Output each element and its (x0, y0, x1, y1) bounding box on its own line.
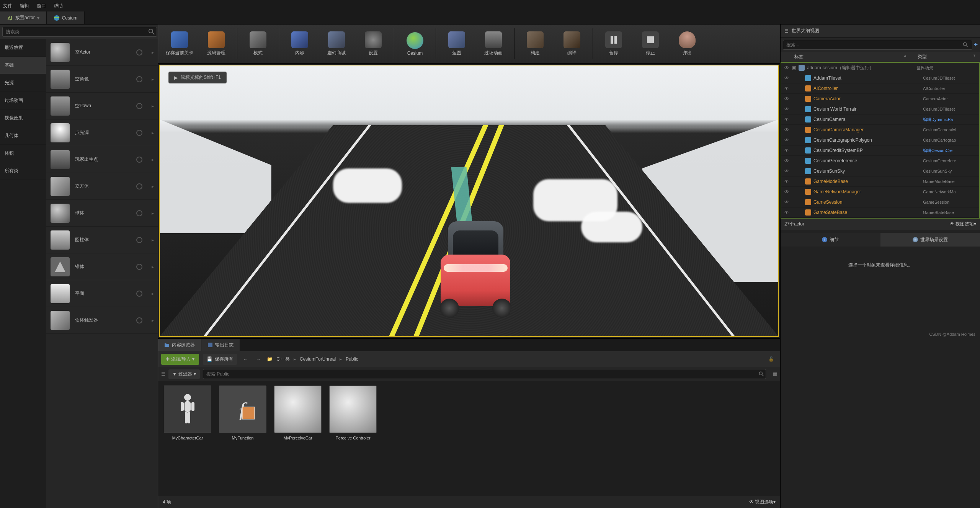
settings-icon[interactable]: ▦ (773, 371, 777, 377)
menu-edit[interactable]: 编辑 (20, 3, 29, 9)
actor-cylinder[interactable]: 圆柱体▸ (46, 227, 158, 253)
actor-cone[interactable]: 锥体▸ (46, 253, 158, 280)
nav-back[interactable]: ← (241, 354, 250, 364)
filter-button[interactable]: ▼过滤器▾ (168, 369, 200, 379)
outliner-row[interactable]: 👁AIControllerAIController (781, 83, 979, 94)
eye-icon[interactable]: 👁 (784, 137, 790, 143)
cat-cinematic[interactable]: 过场动画 (0, 92, 46, 109)
viewport[interactable]: ▶ 鼠标光标的Shift+F1 (159, 65, 779, 337)
col-type[interactable]: 类型 (915, 54, 980, 60)
eye-icon[interactable]: 👁 (784, 117, 790, 122)
col-label[interactable]: 标签 (781, 54, 915, 60)
eye-icon[interactable]: 👁 (784, 148, 790, 153)
actor-playerstart[interactable]: 玩家出生点▸ (46, 146, 158, 173)
search-icon[interactable] (962, 42, 969, 48)
menu-window[interactable]: 窗口 (37, 3, 46, 9)
actor-character[interactable]: 空角色▸ (46, 66, 158, 93)
tab-dropdown-icon[interactable]: ▾ (37, 15, 39, 21)
asset-perceive-controller[interactable]: Perceive Controler (328, 385, 378, 441)
tool-modes[interactable]: 模式 (240, 25, 276, 63)
outliner-root[interactable]: 👁 ▣ addam-cesium（编辑器中运行） 世界场景 (781, 63, 979, 73)
search-class-input[interactable] (2, 27, 157, 37)
actor-cube[interactable]: 立方体▸ (46, 173, 158, 200)
cat-geometry[interactable]: 几何体 (0, 127, 46, 145)
menu-file[interactable]: 文件 (3, 3, 12, 9)
cb-search-input[interactable] (203, 369, 766, 379)
eye-icon[interactable]: 👁 (784, 65, 790, 70)
cat-basic[interactable]: 基础 (0, 57, 46, 74)
tool-build[interactable]: 构建 (517, 25, 554, 63)
add-icon[interactable]: ✚ (974, 42, 978, 47)
tool-pause[interactable]: 暂停 (595, 25, 632, 63)
outliner-row[interactable]: 👁CesiumSunSkyCesiumSunSky (781, 166, 979, 176)
outliner-view-options[interactable]: 👁 视图选项▾ (950, 221, 976, 227)
eye-icon[interactable]: 👁 (784, 179, 790, 184)
actor-pointlight[interactable]: 点光源▸ (46, 119, 158, 146)
tool-compile[interactable]: 编译 (554, 25, 590, 63)
tab-output-log[interactable]: 输出日志 (201, 339, 240, 351)
tab-details[interactable]: i细节 (781, 233, 880, 247)
actor-sphere[interactable]: 球体▸ (46, 200, 158, 227)
tab-content-browser[interactable]: 内容浏览器 (158, 339, 201, 351)
tool-marketplace[interactable]: 虚幻商城 (318, 25, 355, 63)
outliner-row[interactable]: 👁AddamTilesetCesium3DTileset (781, 73, 979, 83)
eye-icon[interactable]: 👁 (784, 189, 790, 194)
tool-content[interactable]: 内容 (281, 25, 318, 63)
actor-empty[interactable]: 空Actor▸ (46, 39, 158, 66)
tool-cesium[interactable]: Cesium (397, 25, 433, 63)
save-all-button[interactable]: 💾保存所有 (203, 354, 237, 365)
crumb-public[interactable]: Public (346, 356, 358, 362)
asset-function[interactable]: ƒ MyFunction (218, 385, 268, 441)
eye-icon[interactable]: 👁 (784, 75, 790, 81)
actor-boxtrigger[interactable]: 盒体触发器▸ (46, 307, 158, 334)
tool-eject[interactable]: 弹出 (669, 25, 706, 63)
outliner-row[interactable]: 👁CesiumCreditSystemBP编辑CesiumCre (781, 145, 979, 156)
outliner-row[interactable]: 👁CesiumCameraManagerCesiumCameraM (781, 125, 979, 135)
tool-blueprint[interactable]: 蓝图 (438, 25, 475, 63)
tool-source[interactable]: 源码管理 (198, 25, 235, 63)
collapse-icon[interactable]: ▣ (792, 65, 796, 70)
tab-world-settings[interactable]: 世界场景设置 (880, 233, 980, 247)
tool-settings[interactable]: 设置 (355, 25, 392, 63)
add-import-button[interactable]: ✚添加/导入▾ (161, 354, 199, 365)
search-icon[interactable] (758, 371, 764, 377)
outliner-list[interactable]: 👁 ▣ addam-cesium（编辑器中运行） 世界场景 👁AddamTile… (781, 62, 980, 219)
nav-forward[interactable]: → (254, 354, 263, 364)
outliner-row[interactable]: 👁CesiumCartographicPolygonCesiumCartogra… (781, 135, 979, 145)
outliner-row[interactable]: 👁CesiumGeoreferenceCesiumGeorefere (781, 156, 979, 166)
lock-icon[interactable]: 🔓 (768, 356, 774, 362)
menu-help[interactable]: 帮助 (54, 3, 63, 9)
actor-list[interactable]: 空Actor▸ 空角色▸ 空Pawn▸ 点光源▸ 玩家出生点▸ 立方体▸ 球体▸… (46, 39, 158, 508)
cat-visual[interactable]: 视觉效果 (0, 109, 46, 127)
cb-view-options[interactable]: 👁 视图选项▾ (749, 499, 776, 505)
outliner-columns[interactable]: 标签 类型 (781, 52, 980, 62)
asset-character-car[interactable]: MyCharacterCar (163, 385, 212, 441)
asset-perceive-car[interactable]: MyPerceiveCar (273, 385, 323, 441)
outliner-row[interactable]: 👁GameNetworkManagerGameNetworkMa (781, 187, 979, 197)
crumb-cesium[interactable]: CesiumForUnreal (300, 356, 336, 362)
tab-cesium[interactable]: Cesium (47, 11, 85, 24)
eye-icon[interactable]: 👁 (784, 106, 790, 112)
eye-icon[interactable]: 👁 (784, 199, 790, 205)
eye-icon[interactable]: 👁 (784, 210, 790, 215)
eye-icon[interactable]: 👁 (784, 158, 790, 163)
tool-cinematics[interactable]: 过场动画 (475, 25, 512, 63)
tool-stop[interactable]: 停止 (632, 25, 669, 63)
outliner-search-input[interactable] (783, 40, 972, 50)
tab-place-actor[interactable]: 放置actor ▾ (0, 11, 47, 24)
outliner-row[interactable]: 👁Cesium World TerrainCesium3DTileset (781, 104, 979, 114)
cat-volumes[interactable]: 体积 (0, 145, 46, 162)
cat-recent[interactable]: 最近放置 (0, 39, 46, 57)
sources-icon[interactable]: ☰ (161, 371, 165, 377)
outliner-row[interactable]: 👁CesiumCamera编辑DynamicPa (781, 114, 979, 125)
eye-icon[interactable]: 👁 (784, 86, 790, 91)
search-icon[interactable] (148, 28, 155, 36)
crumb-cpp[interactable]: C++类 (276, 356, 290, 363)
cat-all[interactable]: 所有类 (0, 162, 46, 180)
outliner-row[interactable]: 👁GameStateBaseGameStateBase (781, 207, 979, 218)
outliner-row[interactable]: 👁GameSessionGameSession (781, 197, 979, 207)
tool-save[interactable]: 保存当前关卡 (161, 25, 198, 63)
eye-icon[interactable]: 👁 (784, 168, 790, 174)
actor-plane[interactable]: 平面▸ (46, 280, 158, 307)
eye-icon[interactable]: 👁 (784, 96, 790, 101)
